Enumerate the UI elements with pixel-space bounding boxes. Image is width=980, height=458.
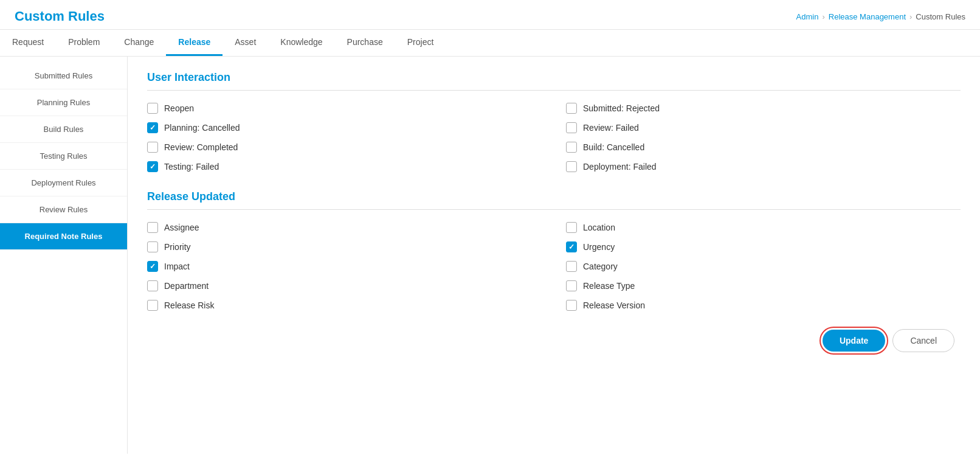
checkbox-submitted-rejected-box[interactable] bbox=[566, 103, 577, 114]
breadcrumb-sep-1: › bbox=[822, 12, 824, 21]
sidebar-item-required-note-rules[interactable]: Required Note Rules bbox=[0, 223, 127, 250]
sidebar: Submitted Rules Planning Rules Build Rul… bbox=[0, 57, 128, 454]
checkbox-department-label: Department bbox=[164, 281, 209, 291]
checkbox-location: Location bbox=[566, 222, 961, 233]
checkbox-urgency: Urgency bbox=[566, 241, 961, 252]
nav-asset[interactable]: Asset bbox=[223, 30, 268, 56]
cancel-button[interactable]: Cancel bbox=[892, 329, 954, 352]
sidebar-item-planning-rules[interactable]: Planning Rules bbox=[0, 89, 127, 116]
checkbox-category: Category bbox=[566, 261, 961, 272]
checkbox-release-risk-label: Release Risk bbox=[164, 300, 214, 310]
checkbox-release-risk: Release Risk bbox=[147, 300, 542, 311]
checkbox-review-completed-box[interactable] bbox=[147, 142, 158, 153]
checkbox-submitted-rejected: Submitted: Rejected bbox=[566, 103, 961, 114]
user-interaction-section: User Interaction Reopen Submitted: Rejec… bbox=[147, 71, 961, 172]
sidebar-item-review-rules[interactable]: Review Rules bbox=[0, 196, 127, 223]
release-updated-checkboxes: Assignee Location Priority Urgency Impac… bbox=[147, 222, 961, 311]
checkbox-release-version: Release Version bbox=[566, 300, 961, 311]
checkbox-review-completed: Review: Completed bbox=[147, 142, 542, 153]
checkbox-department-box[interactable] bbox=[147, 280, 158, 291]
breadcrumb-admin[interactable]: Admin bbox=[796, 12, 819, 21]
nav-change[interactable]: Change bbox=[112, 30, 166, 56]
sidebar-item-deployment-rules[interactable]: Deployment Rules bbox=[0, 170, 127, 196]
checkbox-testing-failed: Testing: Failed bbox=[147, 161, 542, 172]
user-interaction-checkboxes: Reopen Submitted: Rejected Planning: Can… bbox=[147, 103, 961, 172]
checkbox-release-type-box[interactable] bbox=[566, 280, 577, 291]
checkbox-department: Department bbox=[147, 280, 542, 291]
checkbox-testing-failed-box[interactable] bbox=[147, 161, 158, 172]
checkbox-deployment-failed-box[interactable] bbox=[566, 161, 577, 172]
checkbox-build-cancelled: Build: Cancelled bbox=[566, 142, 961, 153]
checkbox-category-box[interactable] bbox=[566, 261, 577, 272]
page-title: Custom Rules bbox=[15, 9, 105, 24]
checkbox-assignee-box[interactable] bbox=[147, 222, 158, 233]
checkbox-testing-failed-label: Testing: Failed bbox=[164, 162, 219, 172]
checkbox-location-box[interactable] bbox=[566, 222, 577, 233]
checkbox-review-failed-box[interactable] bbox=[566, 122, 577, 133]
breadcrumb-sep-2: › bbox=[909, 12, 912, 21]
checkbox-impact-box[interactable] bbox=[147, 261, 158, 272]
breadcrumb-current: Custom Rules bbox=[916, 12, 965, 21]
nav-problem[interactable]: Problem bbox=[56, 30, 112, 56]
nav-knowledge[interactable]: Knowledge bbox=[268, 30, 334, 56]
checkbox-review-failed-label: Review: Failed bbox=[583, 123, 639, 133]
sidebar-item-testing-rules[interactable]: Testing Rules bbox=[0, 143, 127, 170]
nav-request[interactable]: Request bbox=[0, 30, 56, 56]
checkbox-location-label: Location bbox=[583, 223, 615, 232]
layout: Submitted Rules Planning Rules Build Rul… bbox=[0, 57, 980, 454]
checkbox-review-failed: Review: Failed bbox=[566, 122, 961, 133]
checkbox-release-risk-box[interactable] bbox=[147, 300, 158, 311]
checkbox-build-cancelled-label: Build: Cancelled bbox=[583, 142, 644, 152]
breadcrumb-release-management[interactable]: Release Management bbox=[829, 12, 906, 21]
release-updated-title: Release Updated bbox=[147, 190, 961, 203]
checkbox-release-type-label: Release Type bbox=[583, 281, 635, 291]
checkbox-planning-cancelled-box[interactable] bbox=[147, 122, 158, 133]
breadcrumb: Admin › Release Management › Custom Rule… bbox=[796, 12, 965, 21]
checkbox-category-label: Category bbox=[583, 262, 618, 271]
checkbox-submitted-rejected-label: Submitted: Rejected bbox=[583, 103, 660, 113]
checkbox-priority: Priority bbox=[147, 241, 542, 252]
nav-release[interactable]: Release bbox=[166, 30, 223, 56]
checkbox-release-type: Release Type bbox=[566, 280, 961, 291]
sidebar-item-submitted-rules[interactable]: Submitted Rules bbox=[0, 63, 127, 89]
checkbox-urgency-box[interactable] bbox=[566, 241, 577, 252]
checkbox-review-completed-label: Review: Completed bbox=[164, 142, 238, 152]
checkbox-assignee: Assignee bbox=[147, 222, 542, 233]
user-interaction-divider bbox=[147, 90, 961, 91]
checkbox-planning-cancelled: Planning: Cancelled bbox=[147, 122, 542, 133]
checkbox-reopen-label: Reopen bbox=[164, 103, 194, 113]
release-updated-section: Release Updated Assignee Location Priori… bbox=[147, 190, 961, 311]
checkbox-build-cancelled-box[interactable] bbox=[566, 142, 577, 153]
release-updated-divider bbox=[147, 209, 961, 210]
nav-project[interactable]: Project bbox=[395, 30, 446, 56]
header: Custom Rules Admin › Release Management … bbox=[0, 0, 980, 30]
update-button[interactable]: Update bbox=[823, 330, 885, 352]
checkbox-reopen-box[interactable] bbox=[147, 103, 158, 114]
checkbox-priority-box[interactable] bbox=[147, 241, 158, 252]
checkbox-urgency-label: Urgency bbox=[583, 242, 615, 252]
sidebar-item-build-rules[interactable]: Build Rules bbox=[0, 116, 127, 143]
nav-purchase[interactable]: Purchase bbox=[335, 30, 395, 56]
user-interaction-title: User Interaction bbox=[147, 71, 961, 84]
checkbox-impact: Impact bbox=[147, 261, 542, 272]
checkbox-assignee-label: Assignee bbox=[164, 223, 199, 232]
checkbox-release-version-box[interactable] bbox=[566, 300, 577, 311]
checkbox-impact-label: Impact bbox=[164, 262, 190, 271]
checkbox-deployment-failed: Deployment: Failed bbox=[566, 161, 961, 172]
footer-buttons: Update Cancel bbox=[147, 329, 961, 352]
main-content: User Interaction Reopen Submitted: Rejec… bbox=[128, 57, 980, 454]
checkbox-release-version-label: Release Version bbox=[583, 300, 645, 310]
checkbox-priority-label: Priority bbox=[164, 242, 191, 252]
checkbox-deployment-failed-label: Deployment: Failed bbox=[583, 162, 657, 172]
checkbox-reopen: Reopen bbox=[147, 103, 542, 114]
checkbox-planning-cancelled-label: Planning: Cancelled bbox=[164, 123, 240, 133]
top-nav: Request Problem Change Release Asset Kno… bbox=[0, 30, 980, 57]
